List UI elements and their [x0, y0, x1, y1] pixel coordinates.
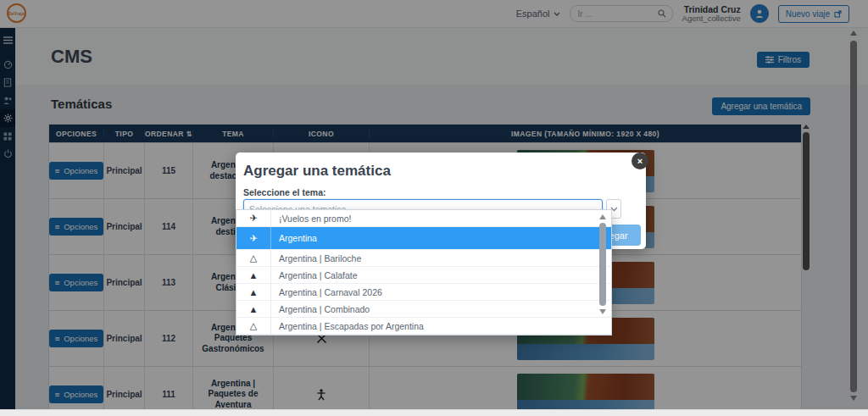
dropdown-option[interactable]: ▲ Argentina | Combinado: [236, 301, 611, 318]
dropdown-option[interactable]: ▲ Argentina | Carnaval 2026: [236, 284, 611, 301]
mountains-combo-icon: ▲: [236, 301, 271, 317]
scroll-up-arrow-icon[interactable]: [599, 214, 606, 219]
mountain-outline-peak-icon: △: [236, 250, 271, 266]
dropdown-option[interactable]: △ Argentina | Bariloche: [236, 250, 611, 267]
plane-icon: ✈: [236, 227, 271, 249]
mountain-snow-icon: ▲: [236, 284, 271, 300]
dropdown-option[interactable]: ✈ ¡Vuelos en promo!: [236, 210, 611, 227]
scroll-up-arrow-icon[interactable]: [850, 31, 857, 36]
scroll-down-arrow-icon[interactable]: [850, 396, 857, 401]
dropdown-option-selected[interactable]: ✈ Argentina: [236, 227, 611, 250]
dropdown-option[interactable]: △ Argentina | Escapadas por Argentina: [236, 318, 611, 335]
modal-title: Agregar una temática: [243, 163, 391, 180]
theme-select-label: Seleccione el tema:: [243, 187, 326, 197]
close-icon: ×: [637, 156, 643, 166]
page-horizontal-scrollbar[interactable]: [0, 409, 868, 416]
mountain-outline-icon: △: [236, 318, 271, 334]
dropdown-scrollbar-thumb[interactable]: [599, 223, 606, 306]
modal-close-button[interactable]: ×: [632, 153, 648, 169]
page-vertical-scrollbar[interactable]: [849, 29, 859, 409]
mountain-solid-icon: ▲: [236, 267, 271, 283]
page-scrollbar-thumb[interactable]: [850, 41, 857, 392]
dropdown-scrollbar[interactable]: [598, 214, 607, 323]
dropdown-option[interactable]: ▲ Argentina | Calafate: [236, 267, 611, 284]
scroll-down-arrow-icon[interactable]: [599, 309, 606, 314]
app-root: DeViaje Español Trinidad Cruz Agent_coll…: [0, 0, 868, 416]
theme-dropdown-list: ✈ ¡Vuelos en promo! ✈ Argentina △ Argent…: [236, 209, 612, 336]
promo-plane-icon: ✈: [236, 210, 271, 226]
